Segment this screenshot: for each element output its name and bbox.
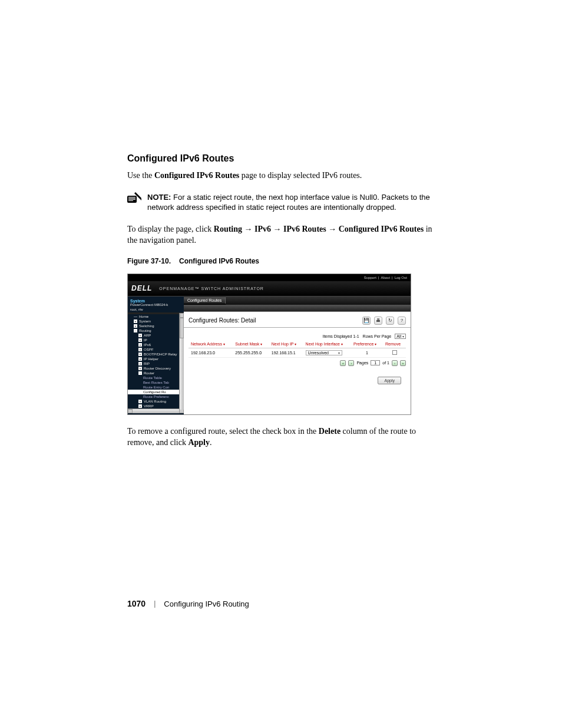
svg-rect-2 <box>128 198 135 199</box>
dell-logo: DELL <box>131 284 152 292</box>
col-next-hop-ip[interactable]: Next Hop IP ▾ <box>269 340 303 348</box>
nav-item[interactable]: +ARP <box>128 333 184 338</box>
svg-rect-1 <box>128 197 135 197</box>
nav-item[interactable]: +Switching <box>128 324 184 328</box>
figure-title: Configured IPv6 Routes <box>179 257 259 265</box>
help-icon[interactable]: ? <box>398 317 406 325</box>
intro-prefix: Use the <box>127 171 154 180</box>
expand-icon[interactable]: + <box>134 319 137 323</box>
expand-icon[interactable]: + <box>138 348 142 351</box>
items-displayed-label: Items Displayed 1-1 <box>323 334 359 338</box>
expand-icon[interactable]: + <box>138 353 142 356</box>
cell-next-hop-interface: Unresolved <box>303 348 352 357</box>
pager-first-icon[interactable]: « <box>340 360 346 366</box>
apply-button[interactable]: Apply <box>378 377 401 384</box>
nav-item[interactable]: +IP <box>128 338 184 342</box>
footer-divider: | <box>154 599 156 608</box>
nav-item[interactable]: +Router Discovery <box>128 366 184 371</box>
print-icon[interactable]: 🖶 <box>374 317 382 325</box>
pager-last-icon[interactable]: » <box>400 360 406 366</box>
divider: | <box>392 276 393 279</box>
nav-item[interactable]: +RIP <box>128 361 184 366</box>
about-link[interactable]: About <box>381 276 390 279</box>
col-network-address[interactable]: Network Address ▾ <box>189 340 233 348</box>
refresh-icon[interactable]: ↻ <box>386 317 394 325</box>
figure-number: Figure 37-10. <box>127 257 171 265</box>
cell-next-hop-ip: 192.168.15.1 <box>269 348 303 357</box>
after-end: . <box>210 438 212 447</box>
expand-icon[interactable]: + <box>138 400 142 403</box>
cell-remove <box>383 348 406 357</box>
nav-item[interactable]: +OSPF <box>128 347 184 352</box>
nav-item[interactable]: Route Entry Con <box>128 385 184 390</box>
pages-label: Pages <box>356 361 368 365</box>
next-hop-interface-select[interactable]: Unresolved <box>306 350 342 355</box>
note-text: NOTE: For a static reject route, the nex… <box>147 192 434 213</box>
collapse-icon[interactable]: - <box>134 329 137 332</box>
rows-per-page-select[interactable]: All <box>395 334 406 339</box>
note-body: For a static reject route, the next hop … <box>147 193 430 212</box>
pager: « ‹ Pages 1 of 1 › » <box>189 358 406 368</box>
save-icon[interactable]: 💾 <box>362 317 371 325</box>
col-preference[interactable]: Preference ▾ <box>351 340 383 348</box>
intro-bold: Configured IPv6 Routes <box>154 171 239 180</box>
nav-item-label: VLAN Routing <box>144 400 166 403</box>
nav-item[interactable]: +BOOTP/DHCP Relay <box>128 352 184 357</box>
cell-network-address: 192.168.23.0 <box>189 348 233 357</box>
expand-icon[interactable]: + <box>134 324 137 328</box>
nav-item-label: RIP <box>144 362 150 365</box>
nav-item[interactable]: Best Routes Tab <box>128 380 184 385</box>
nav-item-label: IPv6 <box>144 343 151 347</box>
nav-item[interactable]: -Router <box>128 371 184 375</box>
page-heading: Configured IPv6 Routes <box>127 153 434 164</box>
nav-item[interactable]: +IPv6 <box>128 342 184 347</box>
collapse-icon[interactable]: - <box>138 371 142 375</box>
after-figure-paragraph: To remove a configured route, select the… <box>127 426 434 449</box>
remove-checkbox[interactable] <box>392 350 397 355</box>
nav-item[interactable]: +IP Helper <box>128 357 184 361</box>
nav-item[interactable]: Route Preferenc <box>128 394 184 399</box>
expand-icon[interactable]: + <box>138 334 142 337</box>
nav-item-label: Router Discovery <box>144 367 171 370</box>
cell-subnet-mask: 255.255.255.0 <box>233 348 269 357</box>
top-links-bar: Support | About | Log Out <box>128 274 411 281</box>
support-link[interactable]: Support <box>364 276 376 279</box>
nav-item[interactable]: +System <box>128 319 184 324</box>
nav-item-label: Configured Ro <box>143 390 166 394</box>
logout-link[interactable]: Log Out <box>395 276 407 279</box>
svg-rect-3 <box>128 199 135 200</box>
nav-item-label: Switching <box>139 324 154 328</box>
expand-icon[interactable]: + <box>138 404 142 408</box>
expand-icon[interactable]: + <box>138 343 142 347</box>
nav-item[interactable]: +VLAN Routing <box>128 399 184 404</box>
nav-scrollbar-vertical[interactable] <box>179 313 184 410</box>
nav-item-label: IP Helper <box>144 357 158 361</box>
expand-icon[interactable]: + <box>138 362 142 365</box>
col-remove: Remove <box>383 340 406 348</box>
breadcrumb-bar: Configured Routes <box>184 297 411 305</box>
expand-icon[interactable]: + <box>138 357 142 361</box>
pager-prev-icon[interactable]: ‹ <box>348 360 354 366</box>
note-label: NOTE: <box>147 193 171 202</box>
nav-scrollbar-horizontal[interactable] <box>128 409 184 413</box>
nav-item[interactable]: Route Table <box>128 375 184 380</box>
col-next-hop-interface[interactable]: Next Hop Interface ▾ <box>303 340 352 348</box>
page-input[interactable]: 1 <box>371 360 380 365</box>
divider: | <box>378 276 379 279</box>
expand-icon[interactable]: + <box>138 338 142 342</box>
nav-item[interactable]: +VRRP <box>128 404 184 409</box>
breadcrumb-tab[interactable]: Configured Routes <box>184 297 226 304</box>
nav-item[interactable]: -Routing <box>128 328 184 333</box>
col-subnet-mask[interactable]: Subnet Mask ▾ <box>233 340 269 348</box>
expand-icon[interactable]: + <box>138 367 142 370</box>
nav-item-label: VRRP <box>144 404 154 408</box>
after-bold-apply: Apply <box>188 438 210 447</box>
nav-item[interactable]: —Home <box>128 314 184 319</box>
pager-next-icon[interactable]: › <box>392 360 398 366</box>
nav-user: root, r/w <box>128 308 184 312</box>
arrow-icon: → <box>273 225 282 233</box>
figure-caption: Figure 37-10.Configured IPv6 Routes <box>127 257 434 265</box>
arrow-icon: → <box>328 225 336 233</box>
nav-item[interactable]: Configured Ro <box>128 390 184 394</box>
screenshot-figure: Support | About | Log Out DELL OPENMANAG… <box>127 274 411 415</box>
